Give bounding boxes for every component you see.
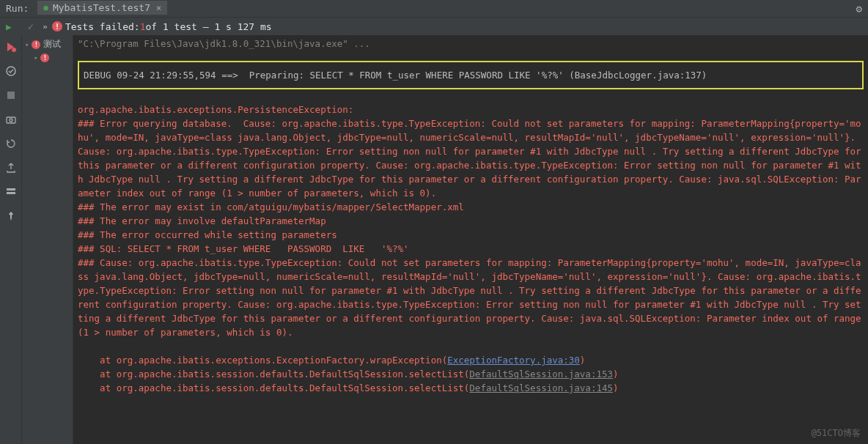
tool-gutter [0, 35, 22, 444]
err-line: ### Cause: org.apache.ibatis.type.TypeEx… [78, 256, 864, 339]
highlighted-log: DEBUG 09-24 21:29:55,594 ==> Preparing: … [78, 61, 864, 89]
svg-point-4 [10, 119, 12, 122]
error-block: org.apache.ibatis.exceptions.Persistence… [78, 103, 864, 395]
error-icon: ! [40, 53, 49, 62]
debug-line: DEBUG 09-24 21:29:55,594 ==> Preparing: … [84, 68, 858, 82]
fail-icon: ! [52, 21, 62, 32]
source-link[interactable]: DefaultSqlSession.java:145 [469, 382, 613, 393]
run-play-icon[interactable]: ▶ [6, 21, 12, 32]
layout-icon[interactable] [5, 186, 17, 200]
tree-child[interactable]: ▾ ! [22, 52, 73, 64]
stack-line: at org.apache.ibatis.session.defaults.De… [78, 381, 864, 395]
export-icon[interactable] [5, 162, 17, 176]
err-line: ### The error may exist in com/atguigu/m… [78, 200, 864, 214]
stack-line: at org.apache.ibatis.session.defaults.De… [78, 367, 864, 381]
svg-rect-5 [7, 188, 15, 190]
tree-root-label: 测试 [43, 38, 61, 51]
stack-line [78, 339, 864, 353]
toggle-icon[interactable] [5, 65, 17, 79]
check-icon[interactable]: ✓ [28, 21, 34, 32]
fail-count: 1 [140, 21, 146, 32]
camera-icon[interactable] [5, 114, 17, 127]
test-icon: ● [43, 3, 48, 12]
stop-icon[interactable] [5, 89, 17, 103]
err-line: ### Error querying database. Cause: org.… [78, 116, 864, 200]
source-link[interactable]: DefaultSqlSession.java:153 [469, 369, 613, 380]
err-line: ### SQL: SELECT * FROM t_user WHERE PASS… [78, 242, 864, 256]
err-line: org.apache.ibatis.exceptions.Persistence… [78, 103, 864, 116]
gear-icon[interactable]: ⚙ [856, 3, 862, 15]
pin-icon[interactable] [5, 210, 17, 224]
title-bar: Run: ● MybatisTest.test7 × ⚙ [0, 0, 868, 18]
tree-root[interactable]: ▾ ! 测试 [22, 37, 73, 52]
err-line: ### The error may involve defaultParamet… [78, 214, 864, 228]
chevron-icon: » [43, 22, 48, 32]
history-icon[interactable] [5, 138, 17, 152]
run-tab[interactable]: ● MybatisTest.test7 × [37, 1, 167, 16]
stack-line: at org.apache.ibatis.exceptions.Exceptio… [78, 353, 864, 367]
rerun-failed-icon[interactable] [5, 41, 17, 55]
close-icon[interactable]: × [156, 3, 161, 13]
svg-rect-2 [7, 92, 15, 99]
expand-icon[interactable]: ▾ [34, 54, 37, 62]
svg-point-0 [12, 48, 16, 52]
console-output[interactable]: "C:\Program Files\Java\jdk1.8.0_321\bin\… [73, 35, 868, 444]
test-tree: ▾ ! 测试 ▾ ! [22, 35, 73, 444]
svg-rect-6 [7, 192, 15, 194]
tests-total: of 1 test – 1 s 127 ms [145, 21, 271, 32]
error-icon: ! [32, 40, 40, 49]
watermark: @51CTO博客 [812, 427, 861, 440]
svg-rect-3 [7, 117, 15, 123]
java-path: "C:\Program Files\Java\jdk1.8.0_321\bin\… [78, 37, 864, 51]
err-line: ### The error occurred while setting par… [78, 228, 864, 242]
status-bar: ▶ ✓ » ! Tests failed: 1 of 1 test – 1 s … [0, 18, 868, 35]
tab-title: MybatisTest.test7 [53, 2, 150, 13]
source-link[interactable]: ExceptionFactory.java:30 [447, 355, 580, 366]
expand-icon[interactable]: ▾ [25, 41, 29, 48]
tests-failed-label: Tests failed: [65, 21, 140, 32]
run-label: Run: [6, 3, 29, 14]
